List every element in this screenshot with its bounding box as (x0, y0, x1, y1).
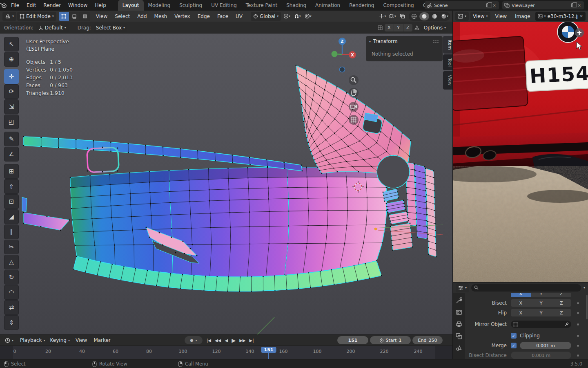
remove-viewlayer-icon[interactable]: ✕ (577, 3, 582, 8)
edge-select-button[interactable] (69, 12, 80, 21)
tool-edge-slide[interactable]: ⇄ (4, 300, 19, 315)
face-select-button[interactable] (80, 12, 90, 21)
clipping-checkbox[interactable]: ✓ (511, 333, 517, 339)
sidebar-tab-view[interactable]: View (443, 71, 452, 89)
current-frame-field[interactable]: 151 (337, 336, 368, 344)
tool-tab-icon[interactable] (456, 297, 462, 304)
jump-to-start-button[interactable]: |◀ (207, 338, 211, 343)
snap-dropdown[interactable]: ▾ (292, 12, 302, 21)
editor-type-button[interactable]: ▾ (2, 12, 16, 21)
shading-wireframe-button[interactable] (409, 12, 419, 20)
zoom-button[interactable] (349, 75, 359, 85)
clipping-animate-dot[interactable] (577, 335, 579, 337)
workspace-tab-layout[interactable]: Layout (118, 0, 144, 11)
menu-face[interactable]: Face (214, 11, 232, 22)
menu-window[interactable]: Window (65, 0, 91, 11)
tool-bevel[interactable]: ◢ (4, 209, 19, 224)
workspace-tab-uv-editing[interactable]: UV Editing (207, 0, 241, 11)
play-reverse-button[interactable]: ◀ (225, 338, 228, 343)
frame-start-field[interactable]: Start 1 (370, 336, 411, 344)
tool-rotate[interactable]: ⟳ (4, 84, 19, 99)
blender-logo-icon[interactable] (0, 2, 7, 9)
tool-select-box[interactable]: ↖ (4, 37, 19, 52)
render-tab-icon[interactable] (456, 309, 462, 316)
new-viewlayer-icon[interactable] (571, 3, 575, 7)
shading-solid-button[interactable] (419, 12, 429, 20)
workspace-tab-animation[interactable]: Animation (311, 0, 345, 11)
scene-selector[interactable]: Scene ✕ (425, 1, 499, 9)
transform-orientation-dropdown[interactable]: Global ▾ (251, 12, 281, 21)
properties-scrollbar[interactable] (586, 295, 588, 319)
image-display-mode-dropdown[interactable]: View ▾ (470, 12, 490, 21)
tool-spin[interactable]: ↻ (4, 270, 19, 285)
tool-smooth[interactable]: ◠ (4, 285, 19, 300)
auto-keying-button[interactable]: ● ▾ (185, 336, 203, 344)
tool-scale[interactable]: ⇲ (4, 99, 19, 114)
flip-z-toggle[interactable]: Z (551, 309, 571, 316)
axis-gizmo[interactable]: Z X (332, 38, 356, 72)
transform-panel-header[interactable]: ▾ Transform (366, 36, 443, 47)
menu-select[interactable]: Select (111, 11, 133, 22)
frame-end-field[interactable]: End 250 (412, 336, 443, 344)
viewlayer-tab-icon[interactable] (456, 333, 462, 339)
mirror-object-animate-dot[interactable] (577, 323, 579, 325)
merge-threshold-field[interactable]: 0.001 m (520, 342, 571, 349)
workspace-tab-texture-paint[interactable]: Texture Paint (241, 0, 282, 11)
shading-rendered-button[interactable]: ▾ (440, 12, 450, 20)
menu-help[interactable]: Help (91, 0, 109, 11)
pivot-point-dropdown[interactable]: ▾ (282, 12, 292, 21)
sidebar-tab-item[interactable]: Item (443, 36, 452, 54)
workspace-tab-compositing[interactable]: Compositing (379, 0, 418, 11)
tool-loop-cut[interactable]: ∥ (4, 224, 19, 239)
flip-y-toggle[interactable]: Y (531, 309, 551, 316)
bisect-x-toggle[interactable]: X (511, 299, 531, 307)
mirror-x-toggle[interactable]: X (385, 24, 394, 31)
menu-mesh[interactable]: Mesh (151, 11, 171, 22)
options-dropdown[interactable]: Options ▾ (421, 23, 448, 32)
workspace-tab-rendering[interactable]: Rendering (345, 0, 379, 11)
new-scene-icon[interactable] (486, 3, 490, 7)
mirror-z-toggle[interactable]: Z (403, 24, 412, 31)
xray-toggle[interactable] (397, 12, 407, 21)
menu-edge[interactable]: Edge (194, 11, 213, 22)
vertex-select-button[interactable] (59, 12, 69, 21)
playhead-badge[interactable]: 151 (261, 347, 276, 353)
menu-render[interactable]: Render (40, 0, 65, 11)
next-keyframe-button[interactable]: ▶▶ (239, 338, 245, 343)
tool-move[interactable]: ✛ (4, 69, 19, 84)
snap-grid-icon[interactable] (377, 25, 383, 31)
flip-animate-dot[interactable] (577, 312, 579, 314)
bisect-y-toggle[interactable]: Y (531, 299, 551, 307)
menu-uv[interactable]: UV (232, 11, 246, 22)
image-editor-type-button[interactable]: ▾ (455, 12, 469, 21)
properties-filter-dropdown[interactable]: ▾ (584, 286, 585, 289)
timeline-view-menu[interactable]: View (72, 334, 90, 346)
tool-extrude-region[interactable]: ⇧ (4, 179, 19, 194)
workspace-tab-sculpting[interactable]: Sculpting (175, 0, 207, 11)
keying-menu[interactable]: Keying▾ (48, 336, 72, 345)
viewport-3d[interactable]: ↖ ⊕ ✛ ⟳ ⇲ ◰ ✎ ∠ ⊞ ⇧ ⊡ ◢ ∥ ✂ △ ↻ ◠ ⇄ ⇕ Us… (0, 34, 452, 334)
bisect-animate-dot[interactable] (577, 302, 579, 304)
bisect-distance-field[interactable]: 0.001 m (511, 352, 571, 359)
mode-dropdown[interactable]: Edit Mode ▾ (17, 12, 56, 21)
workspace-tab-modeling[interactable]: Modeling (144, 0, 175, 11)
bisect-z-toggle[interactable]: Z (551, 299, 571, 307)
unlink-scene-icon[interactable]: ✕ (492, 3, 497, 8)
viewlayer-selector[interactable]: ViewLayer ✕ (502, 1, 584, 9)
prev-keyframe-button[interactable]: ◀◀ (215, 338, 221, 343)
show-gizmo-dropdown[interactable]: ▾ (378, 12, 388, 21)
axis-x-toggle[interactable]: X (511, 293, 531, 297)
workspace-tab-shading[interactable]: Shading (282, 0, 311, 11)
image-editor-canvas[interactable]: H154 M (452, 22, 588, 282)
jump-to-end-button[interactable]: ▶| (249, 338, 254, 343)
tool-measure[interactable]: ∠ (4, 147, 19, 162)
menu-view[interactable]: View (93, 11, 111, 22)
properties-editor-type-button[interactable]: ▾ (456, 283, 469, 292)
tool-shrink-fatten[interactable]: ⇕ (4, 315, 19, 330)
menu-file[interactable]: File (7, 0, 23, 11)
merge-animate-dot[interactable] (577, 345, 579, 347)
mirror-y-toggle[interactable]: Y (394, 24, 403, 31)
tool-poly-build[interactable]: △ (4, 255, 19, 269)
image-menu-image[interactable]: Image (512, 11, 534, 22)
merge-checkbox[interactable]: ✓ (511, 343, 517, 348)
